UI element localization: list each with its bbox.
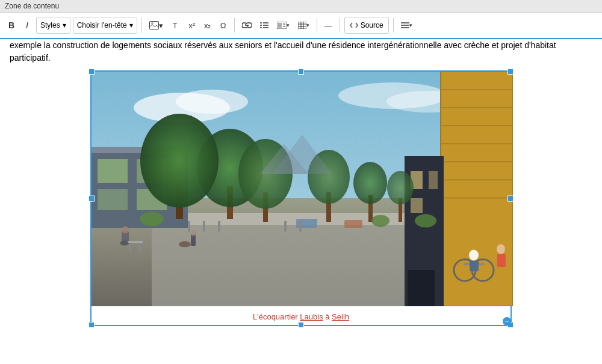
styles-arrow: ▾ <box>63 21 66 29</box>
text-button[interactable]: T <box>169 17 183 34</box>
resize-handle-bl[interactable] <box>88 322 95 328</box>
separator-3 <box>317 18 317 32</box>
svg-point-59 <box>353 162 387 204</box>
media-button[interactable]: ▾ <box>274 17 293 34</box>
separator-2 <box>234 18 235 32</box>
svg-point-89 <box>371 215 389 227</box>
svg-rect-72 <box>344 220 362 228</box>
styles-label: Styles <box>40 21 60 29</box>
resize-icon: ↔ <box>503 317 511 325</box>
image-section: ↔ <box>10 70 592 359</box>
image-arrow: ▾ <box>159 21 163 30</box>
svg-point-64 <box>122 226 129 233</box>
separator-1 <box>141 18 142 32</box>
image-scene <box>92 72 513 306</box>
dash-button[interactable]: — <box>321 17 335 34</box>
separator-4 <box>340 18 340 32</box>
separator-5 <box>393 18 394 32</box>
styles-dropdown[interactable]: Styles ▾ <box>36 17 70 34</box>
svg-rect-85 <box>497 254 506 267</box>
svg-rect-12 <box>283 23 285 25</box>
svg-rect-68 <box>128 241 143 243</box>
window-title: Zone de contenu <box>5 2 59 10</box>
svg-rect-69 <box>129 243 131 252</box>
resize-handle-br[interactable]: ↔ <box>507 322 514 328</box>
italic-button[interactable]: I <box>20 17 34 34</box>
svg-rect-73 <box>188 221 190 232</box>
resize-handle-ml[interactable] <box>88 196 95 202</box>
svg-point-66 <box>190 230 196 236</box>
caption-text: L'écoquartier Laubis à Seilh <box>253 312 349 321</box>
image-button[interactable]: ▾ <box>146 17 166 34</box>
svg-rect-70 <box>138 243 141 252</box>
svg-rect-49 <box>408 270 435 306</box>
source-label: Source <box>361 21 383 29</box>
svg-rect-34 <box>98 189 128 210</box>
svg-point-67 <box>179 241 191 247</box>
content-zone: exemple la construction de logements soc… <box>0 39 602 364</box>
special-char-button[interactable]: Ω <box>217 17 230 34</box>
svg-rect-32 <box>98 159 128 183</box>
svg-rect-11 <box>278 23 282 28</box>
svg-point-24 <box>176 90 248 114</box>
list-button[interactable] <box>257 17 272 34</box>
align-button[interactable]: ▾ <box>398 17 415 34</box>
resize-handle-tm[interactable] <box>298 69 304 75</box>
resize-handle-bm[interactable] <box>298 322 304 328</box>
editor-toolbar: B I Styles ▾ Choisir l'en-tête ▾ ▾ T x² … <box>0 13 602 39</box>
svg-rect-76 <box>284 221 287 232</box>
header-dropdown[interactable]: Choisir l'en-tête ▾ <box>73 17 137 34</box>
svg-text:T: T <box>173 22 178 29</box>
image-container[interactable]: ↔ <box>90 70 512 326</box>
header-label: Choisir l'en-tête <box>77 21 127 29</box>
svg-rect-82 <box>470 261 479 271</box>
subscript-button[interactable]: x₂ <box>201 17 214 34</box>
svg-rect-47 <box>429 171 438 189</box>
table-button[interactable]: ▾ <box>295 17 312 34</box>
svg-point-84 <box>497 244 505 254</box>
svg-point-81 <box>469 250 479 261</box>
svg-rect-0 <box>149 22 158 29</box>
svg-rect-48 <box>411 198 423 213</box>
link-button[interactable] <box>239 17 255 34</box>
header-arrow: ▾ <box>129 21 133 29</box>
editor-top-text[interactable]: exemple la construction de logements soc… <box>10 39 592 64</box>
bold-button[interactable]: B <box>5 17 18 34</box>
source-button[interactable]: Source <box>344 17 389 34</box>
svg-rect-75 <box>218 221 220 232</box>
svg-point-88 <box>140 212 164 226</box>
resize-handle-tr[interactable] <box>507 69 514 75</box>
svg-point-61 <box>387 171 414 205</box>
svg-rect-13 <box>283 26 285 27</box>
window-title-bar: Zone de contenu <box>0 0 602 13</box>
svg-rect-74 <box>203 221 205 232</box>
resize-handle-tl[interactable] <box>88 69 95 75</box>
svg-rect-77 <box>299 221 302 232</box>
svg-point-55 <box>140 114 219 208</box>
superscript-button[interactable]: x² <box>185 17 199 34</box>
resize-handle-mr[interactable] <box>507 196 514 202</box>
svg-rect-14 <box>298 22 306 29</box>
editor-wrapper: exemple la construction de logements soc… <box>0 39 602 364</box>
svg-point-90 <box>415 214 436 227</box>
